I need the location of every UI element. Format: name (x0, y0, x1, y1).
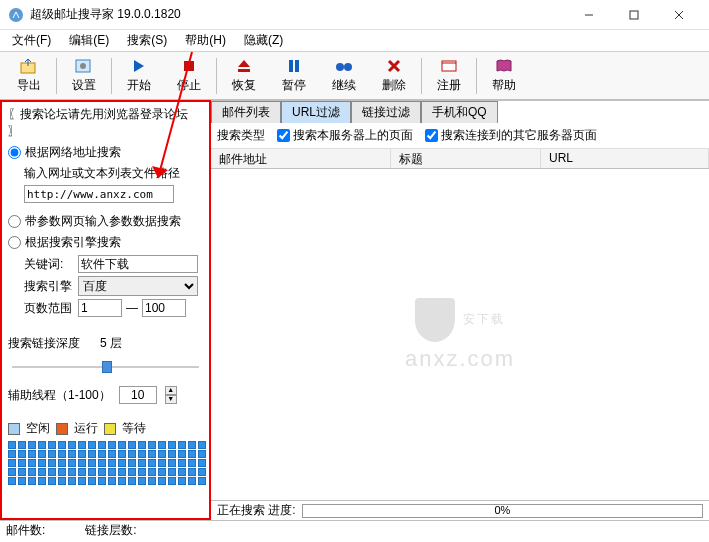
panel-title: 〖搜索论坛请先用浏览器登录论坛 〗 (8, 106, 203, 140)
radio-url-search[interactable] (8, 146, 21, 159)
col-url[interactable]: URL (541, 149, 709, 168)
col-email[interactable]: 邮件地址 (211, 149, 391, 168)
depth-value: 5 层 (100, 335, 122, 352)
checkbox-other-servers[interactable] (425, 129, 438, 142)
tab-url-filter[interactable]: URL过滤 (281, 101, 351, 123)
menu-edit[interactable]: 编辑(E) (61, 30, 117, 51)
url-input[interactable] (24, 185, 174, 203)
tab-link-filter[interactable]: 链接过滤 (351, 101, 421, 123)
svg-rect-13 (295, 60, 299, 72)
tab-phone-qq[interactable]: 手机和QQ (421, 101, 498, 123)
menu-hide[interactable]: 隐藏(Z) (236, 30, 291, 51)
export-icon (19, 57, 39, 75)
watermark: 安下载 anxz.com (405, 298, 515, 372)
thread-grid (8, 441, 203, 485)
delete-icon (386, 58, 402, 74)
menu-search[interactable]: 搜索(S) (119, 30, 175, 51)
svg-rect-12 (289, 60, 293, 72)
binoculars-icon (334, 58, 354, 74)
threads-spinner[interactable]: ▲▼ (165, 386, 177, 404)
tab-mail-list[interactable]: 邮件列表 (211, 101, 281, 123)
register-icon (440, 57, 458, 75)
keyword-input[interactable] (78, 255, 198, 273)
list-header: 邮件地址 标题 URL (211, 149, 709, 169)
svg-marker-10 (238, 60, 250, 67)
delete-button[interactable]: 删除 (369, 54, 419, 98)
progress-label: 正在搜索 进度: (217, 502, 296, 519)
progress-bar: 0% (302, 504, 703, 518)
stop-icon (181, 58, 197, 74)
app-icon (8, 7, 24, 23)
register-button[interactable]: 注册 (424, 54, 474, 98)
page-to-input[interactable] (142, 299, 186, 317)
close-button[interactable] (656, 0, 701, 30)
checkbox-this-server[interactable] (277, 129, 290, 142)
resume-button[interactable]: 恢复 (219, 54, 269, 98)
svg-point-7 (80, 63, 86, 69)
status-link-depth: 链接层数: (85, 522, 136, 539)
book-icon (495, 58, 513, 74)
window-title: 超级邮址搜寻家 19.0.0.1820 (30, 6, 566, 23)
svg-point-0 (9, 8, 23, 22)
export-button[interactable]: 导出 (4, 54, 54, 98)
maximize-button[interactable] (611, 0, 656, 30)
help-button[interactable]: 帮助 (479, 54, 529, 98)
depth-label: 搜索链接深度 (8, 335, 80, 352)
legend-wait-swatch (104, 423, 116, 435)
gear-icon (74, 57, 94, 75)
svg-rect-2 (630, 11, 638, 19)
svg-rect-11 (238, 69, 250, 72)
legend-run-swatch (56, 423, 68, 435)
pause-icon (286, 58, 302, 74)
engine-select[interactable]: 百度 (78, 276, 198, 296)
svg-marker-8 (134, 60, 144, 72)
minimize-button[interactable] (566, 0, 611, 30)
radio-engine-search[interactable] (8, 236, 21, 249)
threads-input[interactable] (119, 386, 157, 404)
svg-point-15 (344, 63, 352, 71)
status-mail-count: 邮件数: (6, 522, 45, 539)
url-hint: 输入网址或文本列表文件路径 (24, 165, 203, 182)
depth-slider[interactable] (8, 358, 203, 376)
legend-idle-swatch (8, 423, 20, 435)
pause-button[interactable]: 暂停 (269, 54, 319, 98)
start-button[interactable]: 开始 (114, 54, 164, 98)
threads-label: 辅助线程（1-100） (8, 387, 111, 404)
search-type-label: 搜索类型 (217, 127, 265, 144)
eject-icon (236, 58, 252, 74)
play-icon (131, 58, 147, 74)
list-body: 安下载 anxz.com (211, 169, 709, 500)
settings-button[interactable]: 设置 (59, 54, 109, 98)
continue-button[interactable]: 继续 (319, 54, 369, 98)
svg-point-14 (336, 63, 344, 71)
menu-file[interactable]: 文件(F) (4, 30, 59, 51)
menu-help[interactable]: 帮助(H) (177, 30, 234, 51)
page-from-input[interactable] (78, 299, 122, 317)
stop-button[interactable]: 停止 (164, 54, 214, 98)
col-title[interactable]: 标题 (391, 149, 541, 168)
search-options-panel: 〖搜索论坛请先用浏览器登录论坛 〗 根据网络地址搜索 输入网址或文本列表文件路径… (0, 100, 211, 520)
svg-rect-9 (184, 61, 194, 71)
radio-param-search[interactable] (8, 215, 21, 228)
